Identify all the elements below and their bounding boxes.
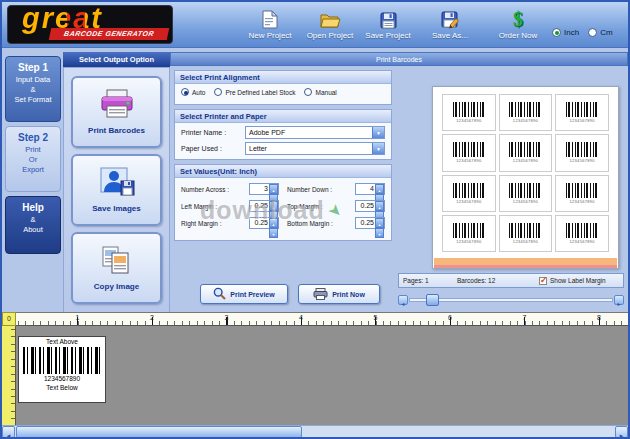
save-project-button[interactable]: Save Project bbox=[360, 9, 416, 40]
preview-label-cell: 1234567890 bbox=[499, 175, 553, 212]
print-alignment-group: Select Print Alignment Auto Pre Defined … bbox=[174, 70, 392, 105]
spin-up-icon[interactable] bbox=[269, 201, 278, 211]
copy-image-button[interactable]: Copy Image bbox=[71, 232, 162, 304]
show-label-margin-checkbox[interactable] bbox=[539, 277, 547, 285]
print-preview-button[interactable]: Print Preview bbox=[200, 284, 288, 304]
ruler-origin: 0 bbox=[2, 312, 16, 326]
spin-down-icon[interactable] bbox=[269, 228, 278, 238]
set-values-header: Set Values(Unit: Inch) bbox=[175, 165, 391, 178]
preview-label-cell: 1234567890 bbox=[555, 175, 609, 212]
printer-icon bbox=[99, 89, 135, 123]
sidebar-step1-input-data[interactable]: Step 1 Input Data & Set Format bbox=[5, 56, 61, 122]
print-barcodes-button[interactable]: Print Barcodes bbox=[71, 76, 162, 148]
scrollbar-thumb[interactable] bbox=[426, 294, 439, 306]
order-now-label: Order Now bbox=[499, 31, 538, 40]
preview-barcode bbox=[509, 102, 541, 117]
preview-barcode-number: 1234567890 bbox=[513, 239, 538, 244]
ruler-number: 4 bbox=[299, 314, 303, 321]
spin-down-icon[interactable] bbox=[375, 228, 384, 238]
left-margin-stepper[interactable]: 0.25 bbox=[249, 200, 279, 212]
chevron-down-icon[interactable] bbox=[372, 143, 384, 154]
radio-auto-label: Auto bbox=[192, 89, 205, 96]
bottom-margin-stepper[interactable]: 0.25 bbox=[355, 217, 385, 229]
ruler-number: 2 bbox=[150, 314, 154, 321]
top-margin-field: Top Margin : 0.25 bbox=[287, 200, 385, 212]
print-alignment-header: Select Print Alignment bbox=[175, 71, 391, 84]
scroll-right-icon[interactable] bbox=[615, 426, 628, 438]
app-logo: great BARCODE GENERATOR bbox=[7, 5, 173, 44]
paper-used-label: Paper Used : bbox=[181, 145, 245, 152]
top-margin-stepper[interactable]: 0.25 bbox=[355, 200, 385, 212]
radio-unselected-icon bbox=[214, 88, 222, 96]
radio-manual[interactable]: Manual bbox=[304, 88, 336, 96]
spin-up-icon[interactable] bbox=[375, 218, 384, 228]
open-project-icon bbox=[320, 9, 341, 29]
label-margin-strip bbox=[434, 258, 617, 265]
printer-name-dropdown[interactable]: Adobe PDF bbox=[245, 126, 385, 139]
printer-name-value: Adobe PDF bbox=[246, 129, 372, 136]
barcode-design-object[interactable]: Text Above 1234567890 Text Below bbox=[18, 336, 106, 403]
step2-title: Step 2 bbox=[6, 132, 60, 143]
barcode-text-above: Text Above bbox=[46, 337, 78, 346]
design-workspace[interactable] bbox=[16, 326, 628, 425]
chevron-down-icon[interactable] bbox=[372, 127, 384, 138]
step2-line: Or bbox=[6, 155, 60, 165]
ruler-number: 1 bbox=[76, 314, 80, 321]
logo-tagline: BARCODE GENERATOR bbox=[49, 28, 170, 40]
unit-cm-radio[interactable]: Cm bbox=[588, 28, 612, 37]
preview-barcode bbox=[453, 223, 485, 238]
open-project-button[interactable]: Open Project bbox=[302, 9, 358, 40]
number-down-stepper[interactable]: 4 bbox=[355, 183, 385, 195]
print-barcodes-label: Print Barcodes bbox=[88, 126, 145, 135]
preview-barcode bbox=[453, 142, 485, 157]
radio-manual-label: Manual bbox=[315, 89, 336, 96]
order-now-icon: $ bbox=[513, 9, 523, 29]
save-images-button[interactable]: Save Images bbox=[71, 154, 162, 226]
paper-used-dropdown[interactable]: Letter bbox=[245, 142, 385, 155]
radio-auto[interactable]: Auto bbox=[181, 88, 205, 96]
sidebar-help-about[interactable]: Help & About bbox=[5, 196, 61, 254]
order-now-button[interactable]: $ Order Now bbox=[490, 9, 546, 40]
preview-barcode bbox=[509, 142, 541, 157]
sidebar-step2-print-export[interactable]: Step 2 Print Or Export bbox=[5, 126, 61, 192]
barcode-text-below: Text Below bbox=[46, 383, 77, 392]
scrollbar-track[interactable] bbox=[409, 298, 613, 302]
help-line: About bbox=[6, 225, 60, 235]
scroll-right-icon[interactable] bbox=[614, 295, 624, 305]
ruler-number: 5 bbox=[374, 314, 378, 321]
spin-up-icon[interactable] bbox=[375, 184, 384, 194]
preview-barcode-number: 1234567890 bbox=[456, 199, 481, 204]
scroll-left-icon[interactable] bbox=[2, 426, 15, 438]
left-margin-field: Left Margin : 0.25 bbox=[181, 200, 279, 212]
bottom-margin-value: 0.25 bbox=[356, 218, 375, 228]
printer-paper-group: Select Printer and Paper Printer Name : … bbox=[174, 109, 392, 160]
right-margin-stepper[interactable]: 0.25 bbox=[249, 217, 279, 229]
ruler-number: 6 bbox=[448, 314, 452, 321]
print-now-label: Print Now bbox=[332, 291, 365, 298]
new-project-button[interactable]: New Project bbox=[242, 9, 298, 40]
number-down-value: 4 bbox=[356, 184, 375, 194]
printer-paper-header: Select Printer and Paper bbox=[175, 110, 391, 123]
number-across-value: 3 bbox=[250, 184, 269, 194]
printer-name-label: Printer Name : bbox=[181, 129, 245, 136]
unit-inch-radio[interactable]: Inch bbox=[552, 28, 579, 37]
save-images-label: Save Images bbox=[92, 204, 140, 213]
spin-up-icon[interactable] bbox=[269, 218, 278, 228]
scroll-left-icon[interactable] bbox=[398, 295, 408, 305]
number-across-stepper[interactable]: 3 bbox=[249, 183, 279, 195]
radio-predefined-label-stock[interactable]: Pre Defined Label Stock bbox=[214, 88, 295, 96]
preview-barcode bbox=[453, 183, 485, 198]
copy-image-icon bbox=[100, 245, 134, 279]
new-project-icon bbox=[262, 9, 278, 29]
save-as-button[interactable]: Save As... bbox=[424, 9, 476, 40]
top-margin-value: 0.25 bbox=[356, 201, 375, 211]
print-now-button[interactable]: Print Now bbox=[298, 284, 380, 304]
save-project-label: Save Project bbox=[365, 31, 410, 40]
scrollbar-thumb[interactable] bbox=[16, 426, 302, 438]
ruler-number: 8 bbox=[597, 314, 601, 321]
spin-up-icon[interactable] bbox=[269, 184, 278, 194]
barcodes-count: Barcodes: 12 bbox=[457, 277, 539, 284]
spin-up-icon[interactable] bbox=[375, 201, 384, 211]
save-as-label: Save As... bbox=[432, 31, 468, 40]
copy-image-label: Copy Image bbox=[94, 282, 139, 291]
